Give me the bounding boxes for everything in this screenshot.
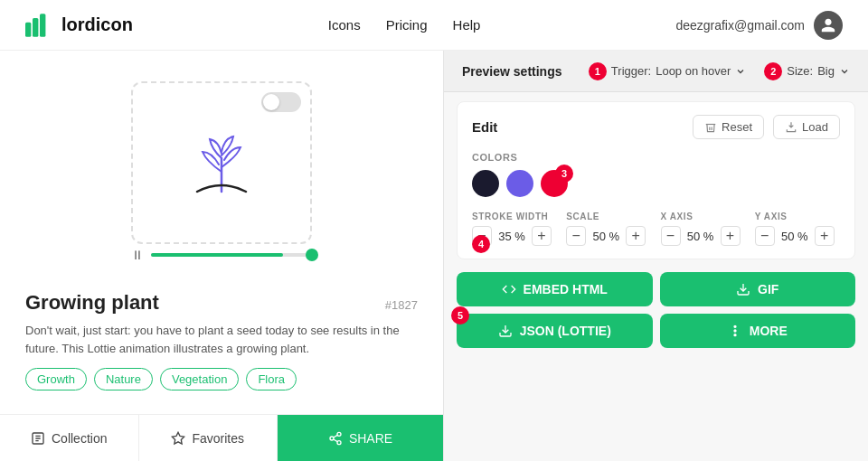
tag-nature[interactable]: Nature xyxy=(94,368,153,390)
load-button[interactable]: Load xyxy=(773,115,840,139)
stroke-plus-btn[interactable]: + xyxy=(532,226,552,246)
embed-html-button[interactable]: EMBED HTML xyxy=(457,272,653,306)
xaxis-label: X AXIS xyxy=(661,212,746,221)
color-swatch-red[interactable]: 3 xyxy=(541,170,568,197)
sliders-row: STROKE WIDTH − 35 % + 4 SCALE − 50 % + xyxy=(472,212,840,246)
svg-rect-1 xyxy=(33,18,38,37)
share-button[interactable]: SHARE xyxy=(278,415,443,461)
embed-html-label: EMBED HTML xyxy=(524,282,608,296)
size-value: Big xyxy=(817,64,835,78)
badge-4: 4 xyxy=(472,235,490,253)
collection-label: Collection xyxy=(52,431,107,446)
color-swatches: 3 xyxy=(472,170,840,197)
edit-header: Edit Reset Load xyxy=(472,115,840,139)
color-swatch-dark[interactable] xyxy=(472,170,499,197)
load-label: Load xyxy=(802,120,828,134)
user-email: deezgrafix@gmail.com xyxy=(675,18,805,33)
yaxis-minus-btn[interactable]: − xyxy=(755,226,775,246)
stroke-value: 35 % xyxy=(496,230,527,243)
collection-icon xyxy=(31,431,45,446)
navbar: lordicon Icons Pricing Help deezgrafix@g… xyxy=(0,0,868,51)
more-label: MORE xyxy=(750,324,788,338)
svg-point-10 xyxy=(734,325,736,327)
colors-label: COLORS xyxy=(472,152,840,163)
progress-track[interactable] xyxy=(151,253,312,257)
color-swatch-purple[interactable] xyxy=(506,170,533,197)
scale-minus-btn[interactable]: − xyxy=(566,226,586,246)
nav-help[interactable]: Help xyxy=(453,17,481,33)
trash-icon xyxy=(704,121,717,134)
preview-area: ⏸ xyxy=(0,51,443,284)
size-label: Size: xyxy=(787,64,813,78)
badge-2: 2 xyxy=(764,62,782,80)
tag-growth[interactable]: Growth xyxy=(25,368,87,390)
stroke-width-group: STROKE WIDTH − 35 % + 4 xyxy=(472,212,557,246)
logo-text: lordicon xyxy=(61,14,133,35)
trigger-control[interactable]: 1 Trigger: Loop on hover xyxy=(589,62,746,80)
edit-section: Edit Reset Load COLORS 3 xyxy=(457,101,855,259)
collection-button[interactable]: Collection xyxy=(0,415,139,461)
user-icon xyxy=(820,17,836,33)
trigger-value: Loop on hover xyxy=(656,64,731,78)
badge-3: 3 xyxy=(555,165,573,183)
chevron-down-icon xyxy=(735,66,746,77)
tags: Growth Nature Vegetation Flora xyxy=(25,368,418,390)
edit-actions: Reset Load xyxy=(693,115,840,139)
more-icon xyxy=(728,324,742,338)
code-icon xyxy=(502,282,516,296)
xaxis-control: − 50 % + xyxy=(661,226,746,246)
yaxis-label: Y AXIS xyxy=(755,212,840,221)
icon-description: Don't wait, just start: you have to plan… xyxy=(25,322,418,357)
icon-id: #1827 xyxy=(385,298,418,312)
svg-point-6 xyxy=(330,437,334,440)
yaxis-value: 50 % xyxy=(779,230,810,243)
svg-point-12 xyxy=(734,334,736,336)
toggle-btn[interactable] xyxy=(261,92,301,112)
scale-value: 50 % xyxy=(590,230,621,243)
badge-5: 5 xyxy=(451,306,469,325)
nav-links: Icons Pricing Help xyxy=(328,17,481,33)
reset-label: Reset xyxy=(722,120,752,134)
trigger-label: Trigger: xyxy=(611,64,651,78)
share-icon xyxy=(328,431,343,446)
favorites-button[interactable]: Favorites xyxy=(139,415,278,461)
reset-button[interactable]: Reset xyxy=(693,115,764,139)
json-lottie-button[interactable]: 5 JSON (LOTTIE) xyxy=(457,314,653,348)
more-button[interactable]: MORE xyxy=(660,314,856,348)
pause-icon[interactable]: ⏸ xyxy=(131,248,144,262)
progress-dot xyxy=(306,249,318,261)
svg-rect-0 xyxy=(25,22,31,36)
gif-button[interactable]: GIF xyxy=(660,272,856,306)
gif-label: GIF xyxy=(758,282,778,296)
svg-point-7 xyxy=(337,440,341,444)
main-layout: ⏸ Growing plant #1827 Don't wait, just s… xyxy=(0,51,868,461)
progress-fill xyxy=(151,253,283,257)
xaxis-minus-btn[interactable]: − xyxy=(661,226,681,246)
logo[interactable]: lordicon xyxy=(25,14,133,37)
scale-plus-btn[interactable]: + xyxy=(626,226,646,246)
yaxis-control: − 50 % + xyxy=(755,226,840,246)
size-control[interactable]: 2 Size: Big xyxy=(764,62,850,80)
tag-flora[interactable]: Flora xyxy=(246,368,297,390)
svg-marker-4 xyxy=(173,432,184,444)
nav-right: deezgrafix@gmail.com xyxy=(675,11,843,40)
scale-label: SCALE xyxy=(566,212,651,221)
edit-title: Edit xyxy=(472,119,497,135)
scale-group: SCALE − 50 % + xyxy=(566,212,651,246)
yaxis-plus-btn[interactable]: + xyxy=(815,226,835,246)
nav-icons[interactable]: Icons xyxy=(328,17,361,33)
right-panel: Preview settings 1 Trigger: Loop on hove… xyxy=(443,51,868,461)
xaxis-plus-btn[interactable]: + xyxy=(721,226,741,246)
tag-vegetation[interactable]: Vegetation xyxy=(160,368,239,390)
export-buttons: EMBED HTML GIF 5 JSON (LOTTIE) MORE xyxy=(444,265,868,357)
preview-box xyxy=(131,81,312,244)
badge-1: 1 xyxy=(589,62,607,80)
svg-rect-2 xyxy=(40,14,45,37)
scale-control: − 50 % + xyxy=(566,226,651,246)
nav-pricing[interactable]: Pricing xyxy=(386,17,428,33)
download-gif-icon xyxy=(736,282,750,296)
avatar[interactable] xyxy=(814,11,843,40)
svg-point-11 xyxy=(734,330,736,332)
icon-title: Growing plant xyxy=(25,291,159,315)
download-json-icon xyxy=(498,324,513,338)
